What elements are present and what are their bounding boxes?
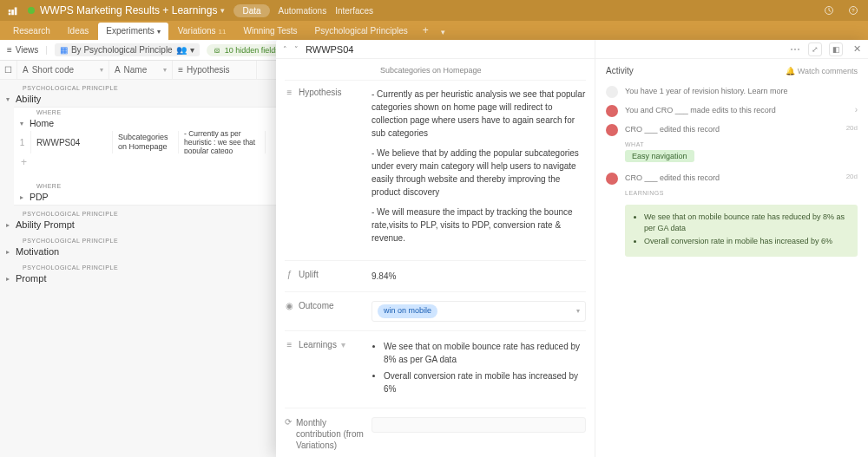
- field-name-value: Subcategories on Homepage: [285, 64, 586, 81]
- text-field-icon: A: [115, 65, 121, 75]
- col-short-code[interactable]: AShort code▾: [17, 61, 109, 79]
- field-value-outcome[interactable]: win on mobile▾: [372, 301, 586, 322]
- field-value-hypothesis[interactable]: - Currently as per heuristic analysis we…: [372, 88, 586, 251]
- bell-icon: 🔔: [786, 67, 795, 75]
- history-icon[interactable]: [821, 3, 837, 18]
- nav-interfaces[interactable]: Interfaces: [335, 6, 373, 16]
- nav-data[interactable]: Data: [233, 4, 269, 17]
- watch-comments-button[interactable]: 🔔Watch comments: [786, 67, 858, 75]
- close-button[interactable]: ✕: [853, 43, 861, 55]
- grid-view-icon: ▦: [60, 45, 68, 55]
- status-dot-icon: [28, 7, 35, 14]
- rollup-icon: ⟳: [285, 417, 292, 427]
- text-field-icon: A: [23, 65, 29, 75]
- activity-entry[interactable]: CRO ___ edited this record 20d: [595, 169, 868, 188]
- table-tabs: Research Ideas Experiments▾ Variations11…: [0, 21, 868, 40]
- tab-ideas[interactable]: Ideas: [60, 23, 96, 40]
- col-name[interactable]: AName▾: [109, 61, 173, 79]
- select-icon: ◉: [285, 301, 294, 310]
- info-icon: [606, 86, 618, 98]
- menu-icon: ≡: [7, 45, 12, 55]
- chevron-down-icon: ▾: [190, 45, 194, 55]
- record-detail-panel: ˄ ˅ RWWPS04 Subcategories on Homepage ≡H…: [276, 40, 595, 457]
- checkbox-column[interactable]: ☐: [0, 61, 17, 79]
- collapse-icon[interactable]: ▾: [0, 95, 16, 103]
- eye-off-icon: ⦻: [214, 46, 221, 55]
- activity-learnings-label: LEARNINGS: [625, 190, 868, 196]
- activity-title: Activity: [606, 66, 634, 75]
- tab-research[interactable]: Research: [5, 23, 58, 40]
- field-label-uplift: ƒUplift: [285, 270, 372, 283]
- svg-rect-3: [15, 8, 17, 16]
- cell-hyp[interactable]: - Currently as per heuristic : we see th…: [179, 131, 266, 153]
- hidden-fields-button[interactable]: ⦻ 10 hidden fields: [207, 44, 286, 56]
- field-label-learnings: ≡Learnings ▾: [285, 340, 372, 399]
- svg-rect-0: [9, 13, 11, 16]
- activity-learnings-card: We see that on mobile bounce rate has re…: [625, 205, 858, 257]
- avatar-icon: [606, 173, 618, 185]
- activity-entry[interactable]: CRO ___ edited this record 20d: [595, 121, 868, 140]
- cell-name[interactable]: Subcategories on Homepage: [113, 131, 179, 153]
- field-label-monthly: ⟳Monthly contribution (from Variations): [285, 417, 372, 451]
- expand-icon[interactable]: ⤢: [808, 42, 822, 56]
- formula-icon: ƒ: [285, 270, 294, 279]
- cell-short[interactable]: RWWPS04: [31, 131, 113, 153]
- activity-entry: You have 1 year of revision history. Lea…: [595, 82, 868, 101]
- field-value-uplift[interactable]: 9.84%: [372, 270, 586, 283]
- longtext-icon: ≡: [285, 88, 294, 97]
- tab-variations[interactable]: Variations11: [170, 23, 234, 40]
- activity-entry[interactable]: You and CRO ___ made edits to this recor…: [595, 101, 868, 121]
- view-selector[interactable]: ▦ By Psychological Principle 👥 ▾: [55, 43, 200, 56]
- help-icon[interactable]: ?: [845, 3, 861, 18]
- field-label-hypothesis: ≡Hypothesis: [285, 88, 372, 251]
- tab-winning[interactable]: Winning Tests: [236, 23, 306, 40]
- tab-chevron-icon[interactable]: ▾: [436, 24, 450, 40]
- avatar-icon: [606, 105, 618, 117]
- record-title: RWWPS04: [306, 44, 353, 55]
- nav-automations[interactable]: Automations: [279, 6, 327, 16]
- airtable-logo-icon: [7, 4, 19, 16]
- field-label-outcome: ◉Outcome: [285, 301, 372, 322]
- tab-psych[interactable]: Psychological Principles: [307, 23, 416, 40]
- row-number: 1: [14, 131, 31, 153]
- tab-experiments[interactable]: Experiments▾: [98, 23, 168, 40]
- field-value-learnings[interactable]: We see that on mobile bounce rate has re…: [372, 340, 586, 399]
- avatar-icon: [606, 124, 618, 136]
- svg-rect-2: [11, 10, 14, 15]
- longtext-icon: ≡: [285, 340, 294, 349]
- more-options-button[interactable]: ⋯: [790, 43, 801, 55]
- next-record-button[interactable]: ˅: [294, 45, 299, 54]
- sidebar-toggle-icon[interactable]: ◧: [829, 42, 843, 56]
- longtext-field-icon: ≡: [178, 65, 183, 75]
- record-overlay: ˄ ˅ RWWPS04 Subcategories on Homepage ≡H…: [276, 40, 868, 457]
- add-table-button[interactable]: +: [418, 21, 434, 40]
- views-button[interactable]: ≡ Views: [7, 45, 38, 55]
- chevron-right-icon: ›: [855, 105, 858, 117]
- chevron-down-icon: ▾: [220, 6, 225, 15]
- app-topbar: WWPS Marketing Results + Learnings ▾ Dat…: [0, 0, 868, 21]
- svg-text:?: ?: [852, 8, 855, 13]
- field-value-monthly[interactable]: [372, 417, 586, 451]
- prev-record-button[interactable]: ˄: [283, 45, 287, 54]
- activity-what-card: WHAT Easy navigation: [625, 141, 868, 162]
- people-icon: 👥: [176, 45, 187, 55]
- col-hypothesis[interactable]: ≡Hypothesis: [173, 61, 256, 79]
- svg-rect-1: [9, 10, 11, 12]
- base-title[interactable]: WWPS Marketing Results + Learnings ▾: [28, 4, 225, 16]
- activity-panel: ⋯ ⤢ ◧ ✕ Activity 🔔Watch comments You hav…: [595, 40, 868, 457]
